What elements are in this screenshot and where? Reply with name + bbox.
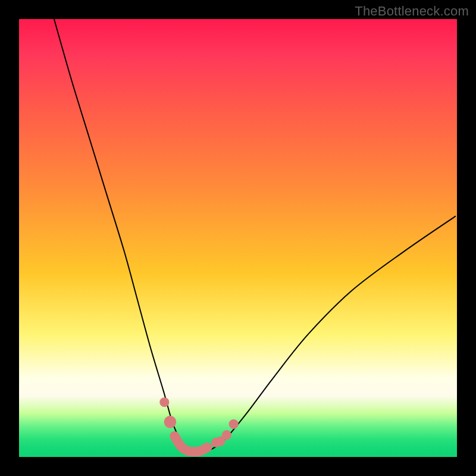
plot-area: [19, 19, 457, 457]
chart-stage: TheBottleneck.com: [0, 0, 476, 476]
data-marker: [229, 419, 239, 429]
curve-path: [54, 19, 456, 452]
watermark-text: TheBottleneck.com: [355, 4, 469, 19]
chart-svg: [19, 19, 457, 457]
data-marker: [159, 397, 169, 407]
data-marker: [222, 430, 231, 440]
data-marker: [164, 416, 177, 428]
curve-bottom-thick-segment: [174, 436, 207, 452]
